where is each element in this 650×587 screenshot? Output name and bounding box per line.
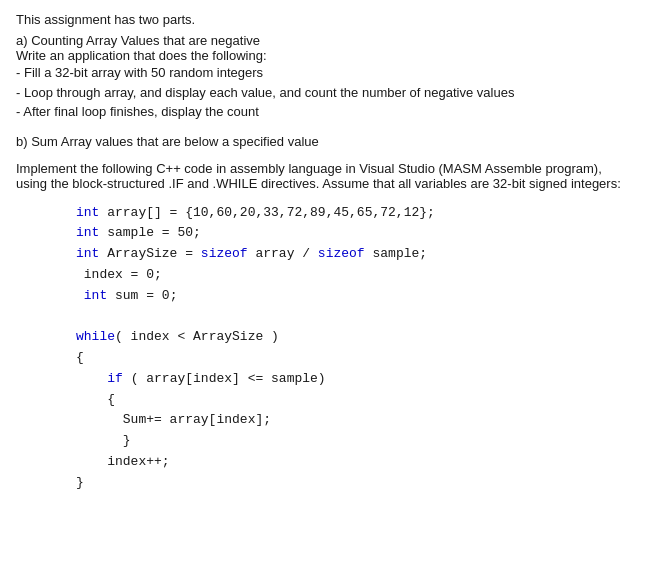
code-line-5: int sum = 0; [76, 286, 634, 307]
document-body: This assignment has two parts. a) Counti… [16, 12, 634, 494]
code-block: int array[] = {10,60,20,33,72,89,45,65,7… [76, 203, 634, 494]
code-line-10: Sum+= array[index]; [76, 410, 634, 431]
code-empty-line-1 [76, 306, 634, 327]
code-line-2: int sample = 50; [76, 223, 634, 244]
code-line-7: { [76, 348, 634, 369]
code-line-6: while( index < ArraySize ) [76, 327, 634, 348]
part-a-item-2: - Loop through array, and display each v… [16, 83, 634, 103]
code-line-1: int array[] = {10,60,20,33,72,89,45,65,7… [76, 203, 634, 224]
code-line-4: index = 0; [76, 265, 634, 286]
part-a-header: a) Counting Array Values that are negati… [16, 33, 634, 48]
part-a-item-3: - After final loop finishes, display the… [16, 102, 634, 122]
part-b-header: b) Sum Array values that are below a spe… [16, 134, 634, 149]
code-line-9: { [76, 390, 634, 411]
part-a-write: Write an application that does the follo… [16, 48, 634, 63]
code-line-13: } [76, 473, 634, 494]
code-line-3: int ArraySize = sizeof array / sizeof sa… [76, 244, 634, 265]
part-a-item-1: - Fill a 32-bit array with 50 random int… [16, 63, 634, 83]
code-line-12: index++; [76, 452, 634, 473]
code-line-11: } [76, 431, 634, 452]
part-b-description: Implement the following C++ code in asse… [16, 161, 634, 191]
intro-text: This assignment has two parts. [16, 12, 634, 27]
code-line-8: if ( array[index] <= sample) [76, 369, 634, 390]
